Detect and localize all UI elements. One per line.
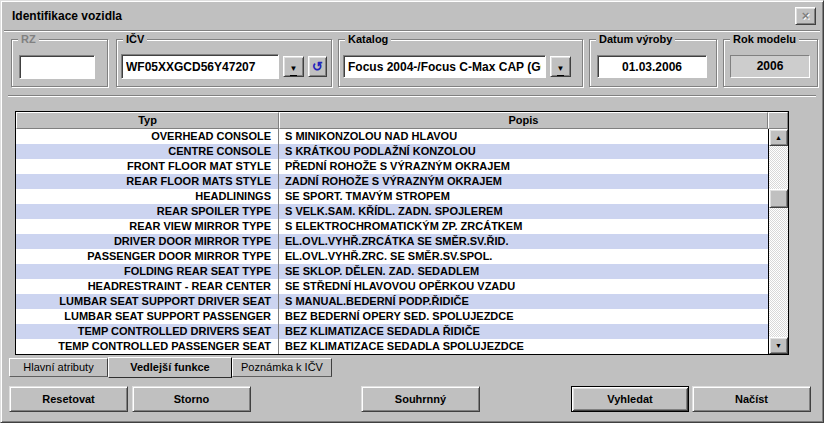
cell-popis: S VELK.SAM. KŘÍDL. ZADN. SPOJLEREM bbox=[279, 204, 768, 219]
cancel-button[interactable]: Storno bbox=[132, 386, 251, 412]
column-header-popis[interactable]: Popis bbox=[279, 112, 768, 129]
title-bar: Identifikace vozidla × bbox=[4, 4, 820, 28]
table-row[interactable]: TEMP CONTROLLED DRIVERS SEATBEZ KLIMATIZ… bbox=[16, 324, 768, 339]
search-button[interactable]: Vyhledat bbox=[571, 386, 689, 412]
table-row[interactable]: REAR VIEW MIRROR TYPES ELEKTROCHROMATICK… bbox=[16, 219, 768, 234]
cell-popis: ZADNÍ ROHOŽE S VÝRAZNÝM OKRAJEM bbox=[279, 174, 768, 189]
cell-typ: REAR VIEW MIRROR TYPE bbox=[16, 219, 279, 234]
icv-history-button[interactable]: ↺ bbox=[308, 56, 327, 77]
rz-input[interactable] bbox=[19, 55, 95, 79]
cell-popis: BEZ KLIMATIZACE SEDADLA ŘIDIČE bbox=[279, 324, 768, 339]
cell-typ: HEADRESTRAINT - REAR CENTER bbox=[16, 279, 279, 294]
table-row[interactable]: REAR FLOOR MATS STYLEZADNÍ ROHOŽE S VÝRA… bbox=[16, 174, 768, 189]
cell-popis: EL.OVL.VYHŘ.ZRC. SE SMĚR.SV.SPOL. bbox=[279, 249, 768, 264]
scroll-down-icon[interactable]: ▼ bbox=[769, 337, 788, 354]
vehicle-identification-dialog: Identifikace vozidla × RZ IČV ▼ ↺ Katalo… bbox=[0, 0, 824, 423]
load-button[interactable]: Načíst bbox=[692, 386, 811, 412]
katalog-group: Katalog ▼ bbox=[338, 39, 583, 87]
table-row[interactable]: LUMBAR SEAT SUPPORT DRIVER SEATS MANUAL.… bbox=[16, 294, 768, 309]
cell-popis: SE STŘEDNÍ HLAVOVOU OPĚRKOU VZADU bbox=[279, 279, 768, 294]
icv-group: IČV ▼ ↺ bbox=[116, 39, 332, 87]
cell-typ: REAR SPOILER TYPE bbox=[16, 204, 279, 219]
cell-typ: LUMBAR SEAT SUPPORT PASSENGER bbox=[16, 309, 279, 324]
column-header-typ[interactable]: Typ bbox=[16, 112, 279, 129]
production-date-label: Datum výroby bbox=[596, 33, 675, 46]
cell-popis: S MANUAL.BEDERNÍ PODP.ŘIDIČE bbox=[279, 294, 768, 309]
rz-group: RZ bbox=[11, 39, 108, 87]
table-row[interactable]: FOLDING REAR SEAT TYPESE SKLOP. DĚLEN. Z… bbox=[16, 264, 768, 279]
cell-typ: FOLDING REAR SEAT TYPE bbox=[16, 264, 279, 279]
reset-button[interactable]: Resetovat bbox=[9, 386, 128, 412]
icv-input[interactable] bbox=[121, 54, 279, 79]
table-row[interactable]: OVERHEAD CONSOLES MINIKONZOLOU NAD HLAVO… bbox=[16, 129, 768, 144]
cell-popis: S ELEKTROCHROMATICKÝM ZP. ZRCÁTKEM bbox=[279, 219, 768, 234]
titlebar-divider bbox=[4, 30, 820, 32]
cell-typ: DRIVER DOOR MIRROR TYPE bbox=[16, 234, 279, 249]
close-icon[interactable]: × bbox=[795, 7, 816, 25]
scrollbar-thumb[interactable] bbox=[769, 189, 788, 208]
chevron-down-icon: ▼ bbox=[290, 64, 298, 76]
cell-popis: BEZ BEDERNÍ OPERY SED. SPOLUJEZDCE bbox=[279, 309, 768, 324]
katalog-input[interactable] bbox=[343, 55, 546, 78]
tab-poznamka-k-icv[interactable]: Poznámka k IČV bbox=[232, 358, 332, 377]
model-year-value: 2006 bbox=[730, 55, 810, 78]
table-row[interactable]: LUMBAR SEAT SUPPORT PASSENGERBEZ BEDERNÍ… bbox=[16, 309, 768, 324]
cell-typ: PASSENGER DOOR MIRROR TYPE bbox=[16, 249, 279, 264]
table-row[interactable]: REAR SPOILER TYPES VELK.SAM. KŘÍDL. ZADN… bbox=[16, 204, 768, 219]
rz-label: RZ bbox=[18, 33, 39, 46]
vertical-scrollbar[interactable]: ▲ ▼ bbox=[768, 129, 788, 354]
table-row[interactable]: DRIVER DOOR MIRROR TYPEEL.OVL.VYHŘ.ZRCÁT… bbox=[16, 234, 768, 249]
table-row[interactable]: PASSENGER DOOR MIRROR TYPEEL.OVL.VYHŘ.ZR… bbox=[16, 249, 768, 264]
tab-vedlejsi-funkce[interactable]: Vedlejší funkce bbox=[108, 357, 232, 378]
table-row[interactable]: HEADLININGSSE SPORT. TMAVÝM STROPEM bbox=[16, 189, 768, 204]
column-header-stub bbox=[768, 112, 788, 129]
cell-typ: REAR FLOOR MATS STYLE bbox=[16, 174, 279, 189]
cell-typ: HEADLININGS bbox=[16, 189, 279, 204]
model-year-group: Rok modelu 2006 bbox=[723, 39, 818, 87]
cell-typ: CENTRE CONSOLE bbox=[16, 144, 279, 159]
cell-popis: EL.OVL.VYHŘ.ZRCÁTKA SE SMĚR.SV.ŘID. bbox=[279, 234, 768, 249]
production-date-input[interactable] bbox=[597, 55, 707, 78]
history-icon: ↺ bbox=[312, 59, 323, 74]
cell-popis: S KRÁTKOU PODLAŽNÍ KONZOLOU bbox=[279, 144, 768, 159]
table-row[interactable]: HEADRESTRAINT - REAR CENTERSE STŘEDNÍ HL… bbox=[16, 279, 768, 294]
cell-typ: TEMP CONTROLLED DRIVERS SEAT bbox=[16, 324, 279, 339]
production-date-group: Datum výroby bbox=[589, 39, 717, 87]
cell-popis: BEZ KLIMATIZACE SEDADLA SPOLUJEZDCE bbox=[279, 339, 768, 354]
cell-typ: LUMBAR SEAT SUPPORT DRIVER SEAT bbox=[16, 294, 279, 309]
table-body: OVERHEAD CONSOLES MINIKONZOLOU NAD HLAVO… bbox=[16, 129, 768, 354]
table-row[interactable]: CENTRE CONSOLES KRÁTKOU PODLAŽNÍ KONZOLO… bbox=[16, 144, 768, 159]
summary-button[interactable]: Souhrnný bbox=[361, 386, 480, 412]
table-header: Typ Popis bbox=[16, 112, 788, 129]
cell-popis: SE SKLOP. DĚLEN. ZAD. SEDADLEM bbox=[279, 264, 768, 279]
cell-typ: TEMP CONTROLLED PASSENGER SEAT bbox=[16, 339, 279, 354]
tab-hlavni-atributy[interactable]: Hlavní atributy bbox=[9, 358, 108, 377]
icv-label: IČV bbox=[123, 33, 147, 46]
cell-typ: OVERHEAD CONSOLE bbox=[16, 129, 279, 144]
model-year-label: Rok modelu bbox=[730, 33, 799, 46]
cell-popis: S MINIKONZOLOU NAD HLAVOU bbox=[279, 129, 768, 144]
scroll-up-icon[interactable]: ▲ bbox=[769, 129, 788, 146]
table-row[interactable]: TEMP CONTROLLED PASSENGER SEATBEZ KLIMAT… bbox=[16, 339, 768, 354]
cell-popis: PŘEDNÍ ROHOŽE S VÝRAZNÝM OKRAJEM bbox=[279, 159, 768, 174]
cell-popis: SE SPORT. TMAVÝM STROPEM bbox=[279, 189, 768, 204]
window-title: Identifikace vozidla bbox=[12, 9, 122, 23]
header-divider bbox=[8, 95, 816, 97]
attributes-table: Typ Popis OVERHEAD CONSOLES MINIKONZOLOU… bbox=[15, 111, 789, 355]
katalog-label: Katalog bbox=[345, 33, 391, 46]
table-row[interactable]: FRONT FLOOR MAT STYLEPŘEDNÍ ROHOŽE S VÝR… bbox=[16, 159, 768, 174]
cell-typ: FRONT FLOOR MAT STYLE bbox=[16, 159, 279, 174]
icv-dropdown-button[interactable]: ▼ bbox=[283, 56, 304, 77]
chevron-down-icon: ▼ bbox=[557, 64, 565, 76]
katalog-dropdown-button[interactable]: ▼ bbox=[550, 56, 571, 77]
